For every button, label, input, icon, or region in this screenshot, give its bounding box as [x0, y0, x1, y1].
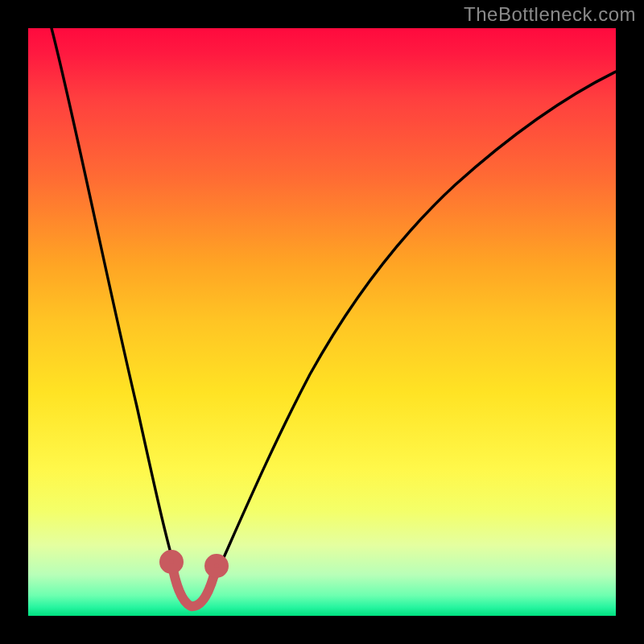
optimal-region-marker: [164, 555, 224, 606]
plot-area: [28, 28, 616, 616]
bottleneck-curve: [52, 28, 616, 605]
svg-point-1: [209, 559, 224, 573]
chart-frame: TheBottleneck.com: [0, 0, 644, 644]
watermark-text: TheBottleneck.com: [464, 3, 636, 26]
curve-layer: [28, 28, 616, 616]
svg-point-0: [164, 555, 179, 569]
